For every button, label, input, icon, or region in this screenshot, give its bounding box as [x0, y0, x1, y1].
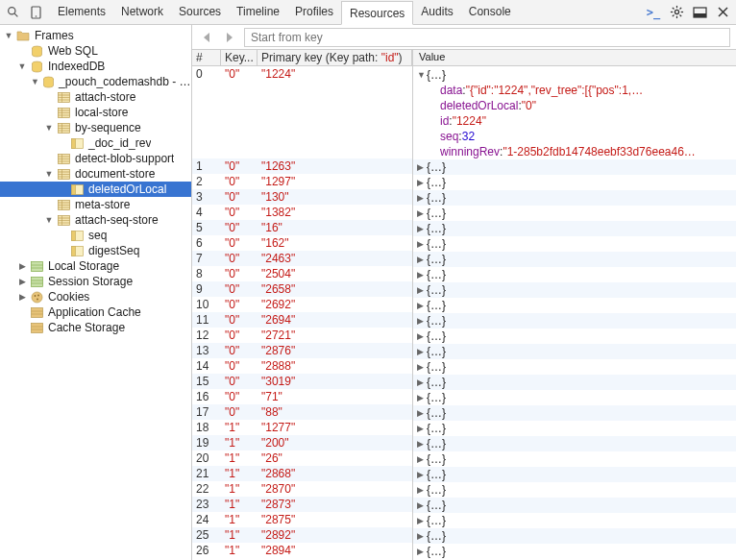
table-row[interactable]: 21"1""2868" — [192, 466, 412, 481]
table-row[interactable]: 8"0""2504" — [192, 266, 412, 281]
table-row[interactable]: 3"0""130" — [192, 189, 412, 205]
table-row[interactable]: 23"1""2873" — [192, 497, 412, 512]
tree-cookies[interactable]: ▶Cookies — [0, 289, 191, 304]
chevron-right-icon[interactable]: ▶ — [417, 408, 427, 418]
chevron-right-icon[interactable]: ▶ — [417, 485, 427, 495]
table-row[interactable]: 20"1""26" — [192, 450, 412, 466]
chevron-right-icon[interactable]: ▶ — [417, 470, 427, 479]
value-prop[interactable]: seq: 32 — [413, 129, 736, 144]
expand-arrow-icon[interactable]: ▶ — [17, 292, 27, 302]
value-row[interactable]: ▶{…} — [413, 252, 736, 267]
tree--doc-id-rev[interactable]: _doc_id_rev — [0, 135, 191, 151]
chevron-right-icon[interactable]: ▶ — [417, 208, 427, 218]
tree-web-sql[interactable]: Web SQL — [0, 43, 191, 59]
chevron-right-icon[interactable]: ▶ — [417, 424, 427, 433]
tree-attach-seq-store[interactable]: ▼attach-seq-store — [0, 212, 191, 228]
value-prop[interactable]: id: "1224" — [413, 113, 736, 129]
tree-application-cache[interactable]: Application Cache — [0, 304, 191, 320]
tree-local-store[interactable]: local-store — [0, 105, 191, 120]
table-row[interactable]: 22"1""2870" — [192, 481, 412, 497]
value-row[interactable]: ▶{…} — [413, 513, 736, 528]
chevron-right-icon[interactable]: ▶ — [417, 439, 427, 449]
value-row[interactable]: ▶{…} — [413, 359, 736, 375]
col-index[interactable]: # — [192, 50, 221, 65]
tree-deletedorlocal[interactable]: deletedOrLocal — [0, 182, 191, 197]
table-row[interactable]: 16"0""71" — [192, 389, 412, 404]
expand-arrow-icon[interactable]: ▼ — [44, 123, 54, 133]
chevron-right-icon[interactable]: ▶ — [417, 316, 427, 326]
expand-arrow-icon[interactable]: ▼ — [31, 77, 39, 86]
tree-session-storage[interactable]: ▶Session Storage — [0, 274, 191, 289]
chevron-right-icon[interactable]: ▶ — [417, 362, 427, 372]
value-row[interactable]: ▼{…} — [413, 67, 736, 83]
table-row[interactable]: 12"0""2721" — [192, 328, 412, 343]
table-row[interactable]: 6"0""162" — [192, 235, 412, 251]
tree-cache-storage[interactable]: Cache Storage — [0, 320, 191, 335]
next-page-icon[interactable] — [221, 29, 238, 46]
table-row[interactable]: 24"1""2875" — [192, 512, 412, 527]
table-row[interactable]: 2"0""1297" — [192, 174, 412, 189]
tab-timeline[interactable]: Timeline — [229, 0, 287, 24]
tree-detect-blob-support[interactable]: detect-blob-support — [0, 151, 191, 166]
value-prop[interactable]: data: "{"id":"1224","rev_tree":[{"pos":1… — [413, 83, 736, 98]
chevron-right-icon[interactable]: ▶ — [417, 347, 427, 356]
table-row[interactable]: 17"0""88" — [192, 404, 412, 420]
chevron-right-icon[interactable]: ▶ — [417, 285, 427, 295]
tree-attach-store[interactable]: attach-store — [0, 89, 191, 105]
value-prop[interactable]: winningRev: "1-285b2fdb14748eebf33d76eea… — [413, 144, 736, 159]
table-row[interactable]: 0"0""1224" — [192, 66, 412, 158]
chevron-right-icon[interactable]: ▶ — [417, 255, 427, 264]
value-row[interactable]: ▶{…} — [413, 236, 736, 252]
value-row[interactable]: ▶{…} — [413, 482, 736, 498]
table-row[interactable]: 11"0""2694" — [192, 312, 412, 328]
value-row[interactable]: ▶{…} — [413, 175, 736, 190]
chevron-right-icon[interactable]: ▶ — [417, 331, 427, 341]
expand-arrow-icon[interactable]: ▼ — [4, 31, 13, 40]
table-row[interactable]: 19"1""200" — [192, 435, 412, 450]
value-row[interactable]: ▶{…} — [413, 544, 736, 559]
col-primary-key[interactable]: Primary key (Key path: "id") — [258, 50, 412, 65]
expand-arrow-icon[interactable]: ▶ — [17, 261, 27, 271]
table-row[interactable]: 26"1""2894" — [192, 543, 412, 558]
table-row[interactable]: 14"0""2888" — [192, 358, 412, 374]
value-row[interactable]: ▶{…} — [413, 436, 736, 451]
table-row[interactable]: 9"0""2658" — [192, 281, 412, 297]
chevron-right-icon[interactable]: ▶ — [417, 239, 427, 249]
tree-local-storage[interactable]: ▶Local Storage — [0, 258, 191, 274]
chevron-right-icon[interactable]: ▶ — [417, 454, 427, 464]
value-row[interactable]: ▶{…} — [413, 298, 736, 313]
value-row[interactable]: ▶{…} — [413, 451, 736, 467]
tree-digestseq[interactable]: digestSeq — [0, 243, 191, 258]
chevron-right-icon[interactable]: ▶ — [417, 500, 427, 510]
value-row[interactable]: ▶{…} — [413, 421, 736, 436]
value-row[interactable]: ▶{…} — [413, 190, 736, 206]
chevron-right-icon[interactable]: ▶ — [417, 162, 427, 172]
close-icon[interactable] — [713, 3, 732, 22]
table-row[interactable]: 15"0""3019" — [192, 374, 412, 389]
chevron-right-icon[interactable]: ▶ — [417, 393, 427, 402]
table-row[interactable]: 1"0""1263" — [192, 158, 412, 174]
chevron-right-icon[interactable]: ▶ — [417, 531, 427, 541]
start-key-input[interactable] — [244, 28, 730, 47]
chevron-down-icon[interactable]: ▼ — [417, 70, 427, 80]
chevron-right-icon[interactable]: ▶ — [417, 193, 427, 203]
value-row[interactable]: ▶{…} — [413, 313, 736, 329]
console-toggle-icon[interactable]: >_ — [644, 3, 663, 22]
value-row[interactable]: ▶{…} — [413, 498, 736, 513]
expand-arrow-icon[interactable]: ▶ — [17, 277, 27, 286]
tab-elements[interactable]: Elements — [50, 0, 113, 24]
chevron-right-icon[interactable]: ▶ — [417, 547, 427, 556]
tree-seq[interactable]: seq — [0, 228, 191, 243]
value-row[interactable]: ▶{…} — [413, 267, 736, 282]
tab-audits[interactable]: Audits — [413, 0, 460, 24]
search-icon[interactable] — [4, 4, 21, 21]
value-row[interactable]: ▶{…} — [413, 528, 736, 544]
expand-arrow-icon[interactable]: ▼ — [44, 215, 54, 225]
device-icon[interactable] — [27, 4, 44, 21]
tree-by-sequence[interactable]: ▼by-sequence — [0, 120, 191, 135]
expand-arrow-icon[interactable]: ▼ — [17, 61, 27, 71]
gear-icon[interactable] — [667, 3, 686, 22]
tab-profiles[interactable]: Profiles — [287, 0, 341, 24]
tab-sources[interactable]: Sources — [171, 0, 229, 24]
value-row[interactable]: ▶{…} — [413, 221, 736, 236]
